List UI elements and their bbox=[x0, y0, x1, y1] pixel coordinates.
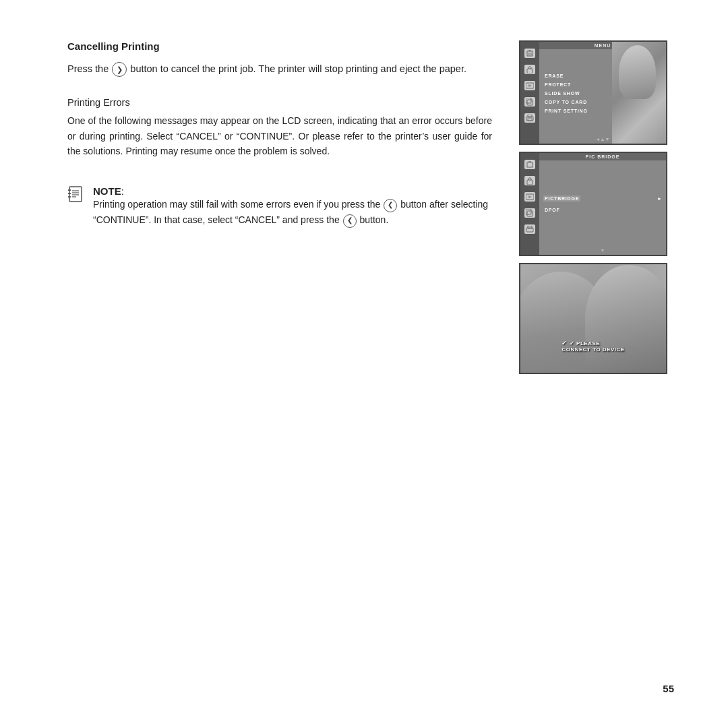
lcd-icon-print2 bbox=[524, 224, 535, 234]
lcd-icon-trash bbox=[524, 49, 535, 58]
lcd-sidebar-2 bbox=[520, 153, 539, 255]
lcd-menu-dpof: DPOF bbox=[543, 207, 662, 213]
lcd-icon-trash2 bbox=[524, 160, 535, 169]
lcd-icon-lock2 bbox=[524, 176, 535, 185]
lcd-icon-slideshow bbox=[524, 81, 535, 90]
svg-rect-23 bbox=[527, 180, 533, 185]
cancel-paragraph: Press the ❯ button to cancel the print j… bbox=[67, 61, 492, 77]
svg-rect-26 bbox=[527, 211, 533, 216]
lcd-icon-lock bbox=[524, 65, 535, 74]
errors-heading: Printing Errors bbox=[67, 97, 492, 108]
cancel-text-after: button to cancel the print job. The prin… bbox=[130, 63, 466, 74]
lcd-menu-pictbridge: PICTBRIDGE bbox=[543, 195, 580, 202]
svg-marker-15 bbox=[528, 84, 532, 87]
continue-button-icon: ❮ bbox=[384, 199, 397, 212]
lcd-pictbridge-topbar: PIC BRIDGE bbox=[539, 153, 666, 160]
note-label: NOTE bbox=[93, 185, 121, 197]
svg-rect-27 bbox=[526, 209, 531, 214]
lcd-screen-connect: ✓ ✓ PLEASE CONNECT TO DEVICE bbox=[519, 263, 667, 374]
note-colon: : bbox=[121, 185, 124, 197]
right-column: MENU ERASE PROTECT SLIDE SHOW COPY TO CA… bbox=[519, 40, 674, 374]
connect-gradient-overlay bbox=[520, 264, 666, 373]
svg-rect-22 bbox=[528, 161, 531, 162]
cancel-button-icon2: ❮ bbox=[343, 214, 357, 228]
svg-rect-13 bbox=[527, 69, 533, 73]
section-heading: Cancelling Printing bbox=[67, 40, 492, 52]
svg-rect-21 bbox=[527, 162, 533, 167]
lcd-icon-print bbox=[524, 113, 535, 123]
note-content: NOTE: Printing operation may still fail … bbox=[93, 185, 492, 228]
errors-body: One of the following messages may appear… bbox=[67, 113, 492, 158]
note-text-part1: Printing operation may still fail with s… bbox=[93, 199, 380, 210]
cancel-button-icon: ❯ bbox=[112, 62, 127, 77]
page-container: Cancelling Printing Press the ❯ button t… bbox=[0, 0, 728, 728]
wifi-icon: ✓ bbox=[562, 340, 568, 346]
page-number: 55 bbox=[663, 683, 674, 694]
arrow-right-icon: ► bbox=[657, 196, 662, 201]
note-section: NOTE: Printing operation may still fail … bbox=[67, 185, 492, 228]
note-text-full: Printing operation may still fail with s… bbox=[93, 197, 492, 228]
lcd-pictbridge-nav: ▼ bbox=[539, 248, 666, 255]
svg-rect-5 bbox=[68, 189, 71, 191]
lcd-sidebar-1 bbox=[520, 42, 539, 144]
face-shape-1 bbox=[619, 45, 656, 99]
lcd-pictbridge-item: PICTBRIDGE ► bbox=[543, 195, 662, 202]
connect-please-text: ✓ PLEASE bbox=[570, 340, 600, 346]
lcd-screen-pictbridge: PIC BRIDGE PICTBRIDGE ► DPOF ▼ bbox=[519, 152, 667, 256]
svg-marker-25 bbox=[528, 195, 532, 198]
lcd-screen-menu: MENU ERASE PROTECT SLIDE SHOW COPY TO CA… bbox=[519, 40, 667, 145]
svg-rect-17 bbox=[526, 98, 531, 103]
note-text-part3: button. bbox=[359, 214, 388, 225]
connect-text-line1: ✓ ✓ PLEASE bbox=[562, 340, 624, 346]
svg-rect-16 bbox=[527, 100, 533, 105]
connect-text-line2: CONNECT TO DEVICE bbox=[562, 346, 624, 353]
lcd-icon-copy bbox=[524, 97, 535, 107]
cancel-text-before: Press the bbox=[67, 63, 109, 74]
note-icon bbox=[67, 186, 86, 205]
svg-rect-7 bbox=[68, 196, 71, 198]
connect-text-overlay: ✓ ✓ PLEASE CONNECT TO DEVICE bbox=[562, 340, 624, 353]
lcd-face-overlay-1 bbox=[612, 42, 666, 144]
main-layout: Cancelling Printing Press the ❯ button t… bbox=[67, 40, 674, 374]
svg-rect-9 bbox=[528, 50, 531, 51]
lcd-pictbridge-content: PIC BRIDGE PICTBRIDGE ► DPOF ▼ bbox=[539, 153, 666, 255]
left-column: Cancelling Printing Press the ❯ button t… bbox=[67, 40, 492, 374]
svg-rect-0 bbox=[69, 187, 82, 202]
lcd-icon-play2 bbox=[524, 192, 535, 202]
lcd-pictbridge-menu: PICTBRIDGE ► DPOF bbox=[539, 160, 666, 248]
lcd-icon-copy2 bbox=[524, 208, 535, 218]
svg-rect-6 bbox=[68, 193, 71, 194]
